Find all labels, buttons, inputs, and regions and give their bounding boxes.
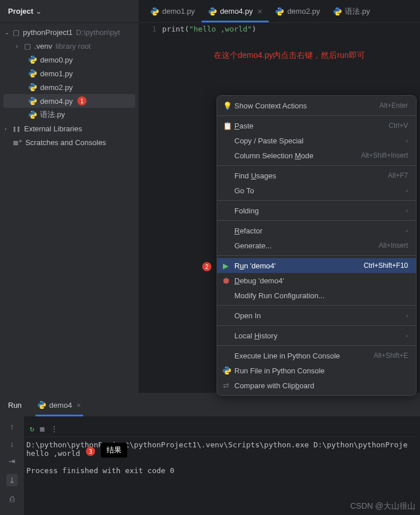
label: Show Context Actions xyxy=(234,102,379,110)
close-icon[interactable]: × xyxy=(257,7,262,16)
venv-folder[interactable]: › ▢ .venv library root xyxy=(0,39,139,53)
menu-debug[interactable]: ⬢ Debug 'demo4' xyxy=(217,273,416,288)
stop-icon[interactable]: ■ xyxy=(40,424,45,433)
scroll-to-end-icon[interactable]: ⤓ xyxy=(6,474,18,486)
tab-label: demo4.py xyxy=(220,7,253,15)
menu-column-selection[interactable]: Column Selection Mode Alt+Shift+Insert xyxy=(217,148,416,163)
shortcut: Alt+Shift+Insert xyxy=(361,151,408,159)
editor-tabs: demo1.py demo4.py × demo2.py 语法.py xyxy=(139,0,420,23)
folder-icon: ▢ xyxy=(13,28,19,37)
tab-demo2[interactable]: demo2.py xyxy=(269,0,327,22)
sidebar-header[interactable]: Project ⌄ xyxy=(0,0,139,23)
rerun-icon[interactable]: ↻ xyxy=(30,424,34,433)
menu-paste[interactable]: 📋 Paste Ctrl+V xyxy=(217,118,416,133)
chevron-down-icon: ⌄ xyxy=(5,29,13,36)
code-editor[interactable]: 1 print("hello ,world") xyxy=(139,23,420,33)
tab-label: 语法.py xyxy=(345,6,370,17)
menu-run[interactable]: ▶ Run 'demo4' Ctrl+Shift+F10 xyxy=(217,258,416,273)
run-toolbar: ↑ ↓ ⇥ ⤓ ⎙ xyxy=(0,416,24,515)
chevron-right-icon: › xyxy=(406,227,408,234)
separator xyxy=(217,220,416,221)
print-icon[interactable]: ⎙ xyxy=(10,494,14,504)
label: Modify Run Configuration... xyxy=(234,291,408,300)
shortcut: Alt+Shift+E xyxy=(374,352,408,360)
tab-demo1[interactable]: demo1.py xyxy=(144,0,202,22)
python-icon xyxy=(151,7,159,15)
label: Scratches and Consoles xyxy=(25,138,106,147)
paren: ( xyxy=(185,25,189,33)
more-icon[interactable]: ⋮ xyxy=(50,424,58,433)
tab-yufa[interactable]: 语法.py xyxy=(327,0,376,22)
chevron-right-icon: › xyxy=(406,137,408,144)
down-icon[interactable]: ↓ xyxy=(10,439,14,448)
menu-show-context-actions[interactable]: 💡 Show Context Actions Alt+Enter xyxy=(217,98,416,113)
file-demo4[interactable]: demo4.py 1 xyxy=(3,94,135,108)
menu-refactor[interactable]: Refactor › xyxy=(217,223,416,238)
external-libraries[interactable]: › ⫿⫿ External Libraries xyxy=(0,122,139,135)
shortcut: Ctrl+V xyxy=(388,122,408,130)
shortcut: Ctrl+Shift+F10 xyxy=(364,262,408,270)
python-icon xyxy=(29,111,37,119)
menu-goto[interactable]: Go To › xyxy=(217,183,416,198)
menu-copy-paste-special[interactable]: Copy / Paste Special › xyxy=(217,133,416,148)
label: Local History xyxy=(234,331,406,340)
file-demo1[interactable]: demo1.py xyxy=(0,67,139,80)
annotation-badge-3: 3 xyxy=(86,447,95,456)
annotation-badge-1: 1 xyxy=(77,96,87,106)
python-icon xyxy=(29,97,37,105)
console-toolbar: ↻ ■ ⋮ xyxy=(26,421,418,437)
label: Debug 'demo4' xyxy=(234,276,408,285)
file-name: 语法.py xyxy=(40,110,65,120)
output-line: hello ,world xyxy=(26,449,418,458)
label: Folding xyxy=(234,206,406,215)
separator xyxy=(217,115,416,116)
label: External Libraries xyxy=(24,124,82,133)
run-icon: ▶ xyxy=(223,262,234,270)
menu-find-usages[interactable]: Find Usages Alt+F7 xyxy=(217,168,416,183)
label: Column Selection Mode xyxy=(234,151,361,160)
label: Paste xyxy=(234,122,388,130)
separator xyxy=(217,255,416,256)
project-name: pythonProject1 xyxy=(23,28,73,37)
debug-icon: ⬢ xyxy=(223,276,234,285)
python-icon xyxy=(209,7,217,15)
project-root[interactable]: ⌄ ▢ pythonProject1 D:\python\pyt xyxy=(0,25,139,39)
chevron-right-icon: › xyxy=(406,312,408,319)
softwrap-icon[interactable]: ⇥ xyxy=(9,457,15,466)
python-icon xyxy=(276,7,284,15)
menu-generate[interactable]: Generate... Alt+Insert xyxy=(217,238,416,253)
project-tree: ⌄ ▢ pythonProject1 D:\python\pyt › ▢ .ve… xyxy=(0,23,139,149)
scratches[interactable]: ≣° Scratches and Consoles xyxy=(0,135,139,149)
close-icon[interactable]: × xyxy=(77,401,81,409)
shortcut: Alt+Insert xyxy=(379,241,408,249)
project-sidebar: Project ⌄ ⌄ ▢ pythonProject1 D:\python\p… xyxy=(0,0,139,393)
label: Open In xyxy=(234,311,406,320)
chevron-right-icon: › xyxy=(406,207,408,214)
project-path: D:\python\pyt xyxy=(76,28,120,37)
file-yufa[interactable]: 语法.py xyxy=(0,108,139,122)
console-output[interactable]: ↻ ■ ⋮ D:\python\pythonProject\pythonProj… xyxy=(24,416,420,515)
menu-modify-run-config[interactable]: Modify Run Configuration... xyxy=(217,288,416,303)
menu-exec-line-console[interactable]: Execute Line in Python Console Alt+Shift… xyxy=(217,348,416,363)
python-icon xyxy=(333,7,342,15)
run-tab-demo4[interactable]: demo4 × xyxy=(36,393,83,416)
menu-local-history[interactable]: Local History › xyxy=(217,328,416,343)
file-demo2[interactable]: demo2.py xyxy=(0,80,139,94)
up-icon[interactable]: ↑ xyxy=(10,422,14,431)
run-tabs: Run demo4 × xyxy=(0,393,420,416)
menu-run-file-console[interactable]: Run File in Python Console xyxy=(217,363,416,378)
chevron-right-icon: › xyxy=(5,126,13,132)
tab-demo4[interactable]: demo4.py × xyxy=(202,0,269,22)
run-panel: Run demo4 × ↑ ↓ ⇥ ⤓ ⎙ ↻ ■ ⋮ D:\python\py… xyxy=(0,393,420,515)
code-line: print("hello ,world") xyxy=(162,25,256,33)
menu-open-in[interactable]: Open In › xyxy=(217,308,416,323)
string-literal: "hello ,world" xyxy=(189,25,252,33)
menu-folding[interactable]: Folding › xyxy=(217,203,416,218)
annotation-badge-2: 2 xyxy=(202,262,211,271)
file-demo0[interactable]: demo0.py xyxy=(0,53,139,67)
compare-icon: ⇄ xyxy=(223,381,234,390)
menu-compare-clipboard[interactable]: ⇄ Compare with Clipboard xyxy=(217,378,416,393)
python-icon xyxy=(223,366,234,374)
chevron-right-icon: › xyxy=(16,43,24,49)
sidebar-title: Project xyxy=(8,7,33,15)
